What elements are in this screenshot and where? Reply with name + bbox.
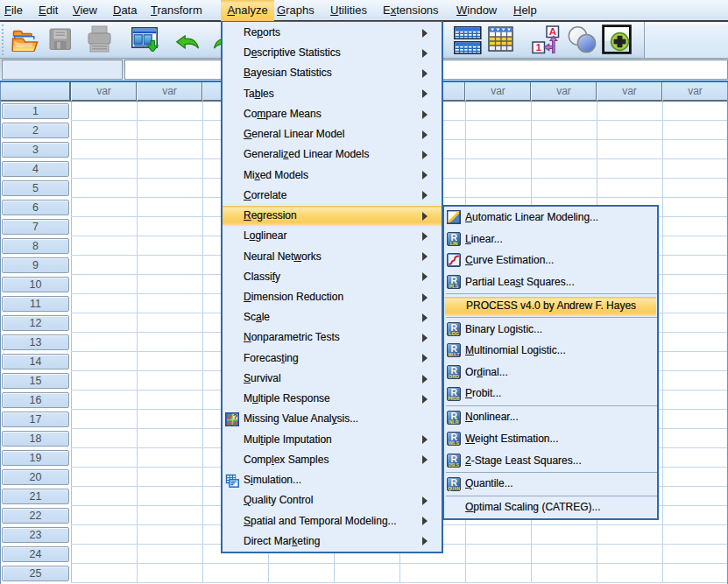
svg-text:WLS: WLS	[449, 440, 459, 446]
svg-text:LOG: LOG	[449, 331, 459, 336]
svg-text:NLR: NLR	[449, 419, 458, 424]
svg-text:PLS: PLS	[449, 284, 459, 289]
svg-text:2SLS: 2SLS	[449, 462, 459, 467]
svg-text:MULT: MULT	[449, 353, 460, 357]
svg-text:A: A	[549, 26, 556, 37]
svg-text:PROB: PROB	[448, 396, 460, 400]
svg-text:1: 1	[536, 42, 542, 53]
svg-text:QUAN: QUAN	[448, 486, 460, 490]
svg-text:?: ?	[233, 412, 237, 421]
svg-text:ORD: ORD	[449, 374, 459, 379]
svg-text:LIN: LIN	[450, 241, 458, 246]
